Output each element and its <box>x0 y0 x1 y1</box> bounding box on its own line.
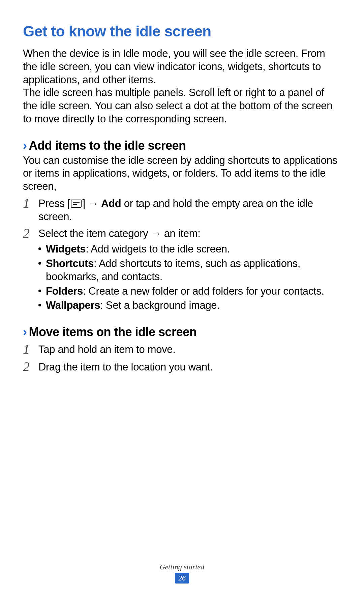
bold-text: Wallpapers <box>46 299 100 311</box>
step-1: 1 Press [] → Add or tap and hold the emp… <box>23 197 341 223</box>
footer-section-label: Getting started <box>0 563 364 571</box>
page-footer: Getting started 26 <box>0 563 364 584</box>
subheading-text: Add items to the idle screen <box>29 139 186 153</box>
chevron-icon: › <box>23 325 27 339</box>
intro-paragraph-2: The idle screen has multiple panels. Scr… <box>23 86 341 125</box>
subheading-add-items: › Add items to the idle screen <box>23 139 341 153</box>
bullet-item: Shortcuts: Add shortcuts to items, such … <box>38 257 341 283</box>
bullet-list: Widgets: Add widgets to the idle screen.… <box>23 243 341 312</box>
bullet-item: Folders: Create a new folder or add fold… <box>38 285 341 298</box>
subheading-move-items: › Move items on the idle screen <box>23 325 341 339</box>
step-text: Drag the item to the location you want. <box>38 361 341 374</box>
text-fragment: : Create a new folder or add folders for… <box>83 285 324 297</box>
step-number: 1 <box>23 342 38 356</box>
main-heading: Get to know the idle screen <box>23 23 341 40</box>
bold-text: Add <box>101 198 121 209</box>
bullet-item: Widgets: Add widgets to the idle screen. <box>38 243 341 256</box>
step-number: 2 <box>23 227 38 240</box>
step-number: 1 <box>23 197 38 210</box>
step-text: Press [] → Add or tap and hold the empty… <box>38 197 341 223</box>
page-number-badge: 26 <box>175 573 189 584</box>
step-text: Select the item category → an item: <box>38 227 341 240</box>
bullet-item: Wallpapers: Set a background image. <box>38 299 341 312</box>
bold-text: Shortcuts <box>46 258 94 269</box>
bullet-text: Widgets: Add widgets to the idle screen. <box>46 243 341 256</box>
text-fragment: Press [ <box>38 198 70 209</box>
step-text: Tap and hold an item to move. <box>38 343 341 356</box>
text-fragment: : Set a background image. <box>100 299 219 311</box>
chevron-icon: › <box>23 139 27 153</box>
step-2: 2 Drag the item to the location you want… <box>23 361 341 374</box>
text-fragment: : Add widgets to the idle screen. <box>86 243 230 255</box>
bullet-text: Shortcuts: Add shortcuts to items, such … <box>46 257 341 283</box>
intro-paragraph-1: When the device is in Idle mode, you wil… <box>23 47 341 86</box>
page-content: Get to know the idle screen When the dev… <box>0 0 364 374</box>
step-number: 2 <box>23 360 38 374</box>
bullet-icon <box>38 247 41 250</box>
subheading-text: Move items on the idle screen <box>29 325 197 339</box>
bold-text: Folders <box>46 285 83 297</box>
step-2: 2 Select the item category → an item: <box>23 227 341 241</box>
bullet-text: Folders: Create a new folder or add fold… <box>46 285 341 298</box>
step-1: 1 Tap and hold an item to move. <box>23 343 341 357</box>
bullet-icon <box>38 262 41 265</box>
bullet-icon <box>38 290 41 292</box>
bullet-icon <box>38 304 41 306</box>
menu-icon <box>71 200 82 208</box>
text-fragment: ] → <box>82 198 101 209</box>
bold-text: Widgets <box>46 243 86 255</box>
section1-intro: You can customise the idle screen by add… <box>23 154 341 193</box>
bullet-text: Wallpapers: Set a background image. <box>46 299 341 312</box>
